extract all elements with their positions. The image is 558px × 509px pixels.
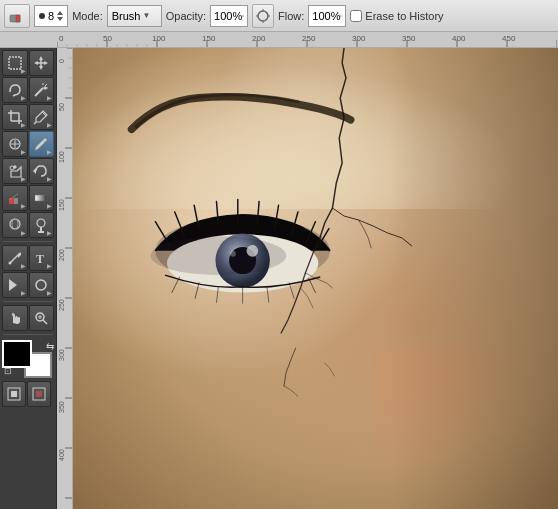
blur-tool[interactable]: ▶ bbox=[2, 212, 28, 238]
svg-marker-46 bbox=[39, 66, 43, 70]
eyedropper-tool[interactable]: ▶ bbox=[29, 104, 55, 130]
svg-point-2 bbox=[39, 13, 45, 19]
svg-rect-44 bbox=[9, 57, 21, 69]
tool-row-5: ▶ ▶ bbox=[2, 158, 54, 184]
svg-marker-5 bbox=[242, 14, 243, 15]
airbrush-svg bbox=[255, 8, 271, 24]
svg-point-73 bbox=[12, 219, 18, 229]
move-tool[interactable] bbox=[29, 50, 55, 76]
toolbar-separator-2 bbox=[3, 301, 53, 302]
svg-marker-80 bbox=[9, 279, 17, 291]
erase-to-history-label: Erase to History bbox=[365, 10, 443, 22]
color-box: ⇆ ⊡ bbox=[2, 340, 56, 378]
svg-marker-6 bbox=[242, 16, 243, 17]
svg-text:200: 200 bbox=[252, 34, 266, 43]
svg-text:300: 300 bbox=[352, 34, 366, 43]
eraser-tool[interactable]: ▶ bbox=[2, 185, 28, 211]
airbrush-icon[interactable] bbox=[252, 4, 274, 28]
brush-dot-icon bbox=[38, 12, 46, 20]
svg-point-78 bbox=[8, 262, 11, 265]
tool-row-quickmask bbox=[2, 381, 54, 407]
magic-wand-tool[interactable]: ▶ bbox=[29, 77, 55, 103]
marquee-tool[interactable]: ▶ bbox=[2, 50, 28, 76]
svg-marker-13 bbox=[341, 16, 342, 17]
svg-marker-48 bbox=[44, 61, 48, 65]
flow-label: Flow: bbox=[278, 10, 304, 22]
horizontal-ruler: // We'll draw via inline style 0 50 100 … bbox=[0, 32, 558, 48]
erase-to-history-checkbox-label[interactable]: Erase to History bbox=[350, 10, 443, 22]
tool-row-9: ▶ ▶ bbox=[2, 272, 54, 298]
tool-row-4: ▶ ▶ bbox=[2, 131, 54, 157]
tool-row-1: ▶ bbox=[2, 50, 54, 76]
standard-mode-btn[interactable] bbox=[2, 381, 26, 407]
tool-row-2: ▶ ▶ bbox=[2, 77, 54, 103]
opacity-arrows bbox=[242, 10, 244, 22]
left-toolbar: ▶ ▶ bbox=[0, 48, 57, 509]
quick-mask-btn[interactable] bbox=[27, 381, 51, 407]
svg-text:300: 300 bbox=[58, 349, 65, 361]
foreground-color-swatch[interactable] bbox=[2, 340, 32, 368]
erase-to-history-checkbox[interactable] bbox=[350, 10, 362, 22]
mode-dropdown[interactable]: Brush ▼ bbox=[107, 5, 162, 27]
tool-row-8: ▶ T ▶ bbox=[2, 245, 54, 271]
svg-text:350: 350 bbox=[58, 401, 65, 413]
svg-point-66 bbox=[10, 166, 14, 170]
lasso-tool[interactable]: ▶ bbox=[2, 77, 28, 103]
toolbar-separator-3 bbox=[3, 334, 53, 335]
hand-tool[interactable] bbox=[2, 305, 28, 331]
crop-tool[interactable]: ▶ bbox=[2, 104, 28, 130]
gradient-tool[interactable]: ▶ bbox=[29, 185, 55, 211]
reset-colors-icon[interactable]: ⊡ bbox=[4, 366, 12, 376]
zoom-tool[interactable] bbox=[29, 305, 55, 331]
svg-text:200: 200 bbox=[58, 249, 65, 261]
dodge-tool[interactable]: ▶ bbox=[29, 212, 55, 238]
cracks-overlay bbox=[73, 48, 558, 509]
svg-text:350: 350 bbox=[402, 34, 416, 43]
healing-tool[interactable]: ▶ bbox=[2, 131, 28, 157]
flow-arrows bbox=[340, 10, 342, 22]
svg-text:150: 150 bbox=[58, 199, 65, 211]
svg-text:100: 100 bbox=[152, 34, 166, 43]
svg-text:100: 100 bbox=[58, 151, 65, 163]
opacity-input[interactable]: 100% bbox=[210, 5, 248, 27]
svg-rect-1 bbox=[16, 15, 20, 22]
mode-value: Brush bbox=[112, 10, 141, 22]
svg-line-51 bbox=[35, 88, 43, 96]
text-tool[interactable]: T ▶ bbox=[29, 245, 55, 271]
svg-text:T: T bbox=[36, 252, 44, 266]
svg-marker-4 bbox=[57, 17, 63, 21]
opacity-value: 100% bbox=[214, 10, 242, 22]
canvas-area[interactable] bbox=[73, 48, 558, 509]
tool-row-3: ▶ ▶ bbox=[2, 104, 54, 130]
brush-size-value: 8 bbox=[48, 10, 54, 22]
opacity-label: Opacity: bbox=[166, 10, 206, 22]
brush-size-box[interactable]: 8 bbox=[34, 5, 68, 27]
history-brush-tool[interactable]: ▶ bbox=[29, 158, 55, 184]
brush-tool active[interactable]: ▶ bbox=[29, 131, 55, 157]
clone-stamp-tool[interactable]: ▶ bbox=[2, 158, 28, 184]
svg-text:400: 400 bbox=[58, 449, 65, 461]
svg-text:0: 0 bbox=[59, 34, 64, 43]
svg-text:400: 400 bbox=[452, 34, 466, 43]
toolbar-separator-1 bbox=[3, 241, 53, 242]
swap-colors-icon[interactable]: ⇆ bbox=[46, 341, 54, 352]
svg-rect-90 bbox=[36, 391, 42, 397]
svg-text:150: 150 bbox=[202, 34, 216, 43]
tool-row-7: ▶ ▶ bbox=[2, 212, 54, 238]
path-selection-tool[interactable]: ▶ bbox=[2, 272, 28, 298]
svg-point-72 bbox=[10, 219, 20, 229]
shape-tool[interactable]: ▶ bbox=[29, 272, 55, 298]
pen-tool[interactable]: ▶ bbox=[2, 245, 28, 271]
vertical-ruler: 0 50 100 150 200 250 300 350 400 bbox=[57, 48, 73, 509]
brush-size-arrows bbox=[56, 10, 64, 22]
svg-marker-47 bbox=[34, 61, 38, 65]
svg-point-81 bbox=[36, 280, 46, 290]
main-area: ▶ ▶ bbox=[0, 48, 558, 509]
svg-text:450: 450 bbox=[502, 34, 516, 43]
eraser-tool-icon[interactable] bbox=[4, 4, 30, 28]
svg-rect-88 bbox=[11, 391, 17, 397]
svg-point-7 bbox=[258, 11, 268, 21]
svg-text:50: 50 bbox=[103, 34, 112, 43]
flow-input[interactable]: 100% bbox=[308, 5, 346, 27]
canvas-content bbox=[73, 48, 558, 509]
